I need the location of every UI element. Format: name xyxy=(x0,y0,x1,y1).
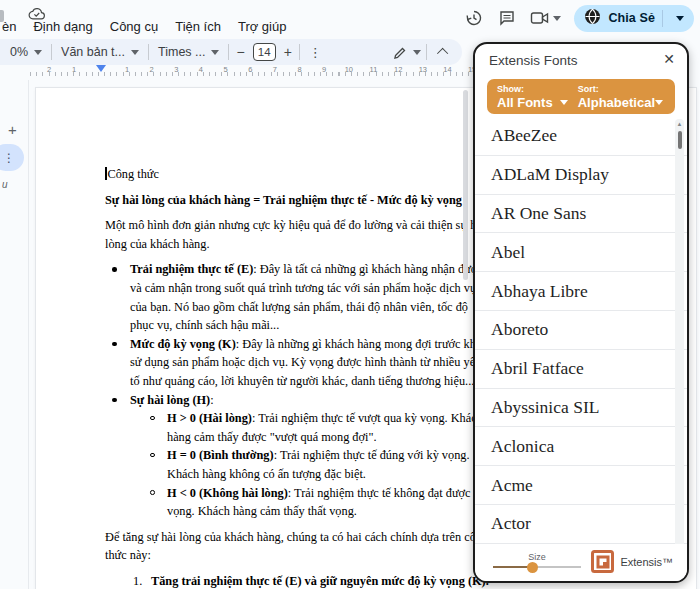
text-run: : Đây là tất cả những gì khách hàng nhận… xyxy=(253,262,483,276)
ruler-number: 9 xyxy=(322,65,326,74)
indent-marker-icon[interactable] xyxy=(96,65,106,72)
share-button-label: Chia Sẻ xyxy=(608,11,655,25)
font-size-input[interactable]: 14 xyxy=(253,43,276,61)
font-family-select[interactable]: Times ... xyxy=(152,45,225,59)
ruler-number: 11 xyxy=(370,65,378,74)
font-item-actor[interactable]: Actor xyxy=(475,505,687,544)
chevron-up-icon xyxy=(437,48,448,59)
chevron-down-icon xyxy=(211,50,219,55)
zoom-select[interactable]: 0% xyxy=(4,45,48,59)
tab-options-icon: ⋮ xyxy=(3,151,15,165)
text-cursor xyxy=(105,167,107,180)
panel-scrollbar[interactable]: ▲ ▼ xyxy=(675,119,684,583)
add-tab-icon[interactable]: + xyxy=(8,121,17,138)
size-slider[interactable] xyxy=(493,566,581,568)
font-item-ar-one-sans[interactable]: AR One Sans xyxy=(475,195,687,234)
video-call-icon xyxy=(530,10,550,26)
menu-trợ-giúp[interactable]: Trợ giúp xyxy=(238,19,287,34)
ruler-number: 1 xyxy=(72,65,76,74)
toolbar: 0% Văn bản t... Times ... − 14 + ⋮ xyxy=(0,39,462,65)
text-run: H < 0 (Không hài lòng) xyxy=(167,486,288,500)
current-tab-pill[interactable]: ⋮ xyxy=(0,144,24,171)
font-item-abhaya-libre[interactable]: Abhaya Libre xyxy=(475,272,687,311)
bullet-icon xyxy=(112,342,117,347)
ruler-number: 3 xyxy=(174,65,178,74)
panel-title: Extensis Fonts xyxy=(489,53,578,68)
share-dropdown[interactable] xyxy=(670,16,690,21)
globe-icon xyxy=(584,8,601,29)
font-item-adlam-display[interactable]: ADLaM Display xyxy=(475,156,687,195)
decrease-font-size-button[interactable]: − xyxy=(232,44,248,60)
ruler-number: 5 xyxy=(224,65,228,74)
text-run: Một mô hình đơn giản nhưng cực kỳ hiệu q… xyxy=(105,218,485,232)
sort-filter[interactable]: Sort: Alphabetical xyxy=(578,83,665,110)
font-item-acme[interactable]: Acme xyxy=(475,466,687,505)
text-run: Tăng trải nghiệm thực tế (E) và giữ nguy… xyxy=(151,574,489,588)
paragraph-style-select[interactable]: Văn bản t... xyxy=(55,45,145,59)
filter-bar: Show: All Fonts Sort: Alphabetical xyxy=(487,79,675,114)
pen-icon xyxy=(393,45,408,60)
menu-định-dạng[interactable]: Định dạng xyxy=(33,19,92,34)
text-run: Khách hàng không có ấn tượng đặc biệt. xyxy=(167,467,366,481)
chevron-down-icon[interactable] xyxy=(553,16,561,21)
comments-icon[interactable] xyxy=(497,8,517,28)
toolbar-divider xyxy=(426,44,427,60)
tab-partial-label: u xyxy=(2,179,8,190)
ruler-number: 2 xyxy=(47,65,51,74)
document-tabs-rail: + ⋮ u xyxy=(0,80,29,589)
sub-bullet-icon xyxy=(150,453,155,458)
version-history-icon[interactable] xyxy=(464,8,484,28)
text-run: hàng cảm thấy được "vượt quá mong đợi". xyxy=(167,430,377,444)
title-bar: ènĐịnh dạngCông cụTiện íchTrợ giúp Chia … xyxy=(0,0,700,36)
bullet-icon xyxy=(112,398,117,403)
more-options-icon[interactable]: ⋮ xyxy=(303,45,328,60)
ruler-number: 13 xyxy=(419,65,427,74)
increase-font-size-button[interactable]: + xyxy=(280,44,296,60)
extensis-logo xyxy=(591,550,614,573)
text-run: : Đây là những gì khách hàng mong đợi tr… xyxy=(236,337,480,351)
font-item-abril-fatface[interactable]: Abril Fatface xyxy=(475,350,687,389)
font-item-abel[interactable]: Abel xyxy=(475,233,687,272)
font-item-abyssinica-sil[interactable]: Abyssinica SIL xyxy=(475,389,687,428)
horizontal-ruler[interactable]: 21123456789101112131415 xyxy=(30,65,476,78)
ruler-number: 6 xyxy=(248,65,252,74)
text-run: H = 0 (Bình thường) xyxy=(167,448,274,462)
text-run: : Trải nghiệm thực tế không đạt được kỳ xyxy=(288,486,486,500)
menu-công-cụ[interactable]: Công cụ xyxy=(110,19,158,34)
font-list: ABeeZeeADLaM DisplayAR One SansAbelAbhay… xyxy=(475,117,687,544)
menu-èn[interactable]: èn xyxy=(2,19,16,34)
text-run: tố như quảng cáo, lời khuyên từ người kh… xyxy=(130,374,474,388)
text-run: lòng của khách hàng. xyxy=(105,237,210,251)
font-item-aclonica[interactable]: Aclonica xyxy=(475,427,687,466)
text-run: : Trải nghiệm thực tế đúng với kỳ vọng. xyxy=(274,448,470,462)
ruler-number: 7 xyxy=(273,65,277,74)
toolbar-divider xyxy=(228,44,229,60)
share-button[interactable]: Chia Sẻ xyxy=(574,5,694,32)
toolbar-divider xyxy=(51,44,52,60)
menu-tiện-ích[interactable]: Tiện ích xyxy=(175,19,221,34)
chevron-down-icon xyxy=(560,100,568,105)
ruler-number: 8 xyxy=(297,65,301,74)
scroll-up-icon[interactable]: ▲ xyxy=(675,121,684,127)
chevron-down-icon xyxy=(131,50,139,55)
size-slider-thumb[interactable] xyxy=(527,562,538,573)
show-filter[interactable]: Show: All Fonts xyxy=(497,83,570,110)
video-call-button[interactable] xyxy=(530,10,561,26)
font-item-aboreto[interactable]: Aboreto xyxy=(475,311,687,350)
hide-menus-button[interactable] xyxy=(430,45,462,59)
text-run: Sự hài lòng (H) xyxy=(130,393,210,407)
ruler-number: 12 xyxy=(394,65,402,74)
text-run: Công thức xyxy=(108,167,159,181)
text-run: Trải nghiệm thực tế (E) xyxy=(130,262,253,276)
close-icon[interactable]: ✕ xyxy=(663,51,675,67)
font-item-abeezee[interactable]: ABeeZee xyxy=(475,117,687,156)
ruler-number: 4 xyxy=(199,65,203,74)
document-scrollbar[interactable] xyxy=(463,90,468,280)
editing-mode-select[interactable] xyxy=(393,45,423,60)
panel-scrollbar-thumb[interactable] xyxy=(678,131,682,149)
ruler-number: 14 xyxy=(443,65,451,74)
bullet-icon xyxy=(112,267,117,272)
sub-bullet-icon xyxy=(150,416,155,421)
sort-filter-value: Alphabetical xyxy=(578,95,655,110)
text-run: Sự hài lòng của khách hàng = Trải nghiệm… xyxy=(105,193,462,207)
